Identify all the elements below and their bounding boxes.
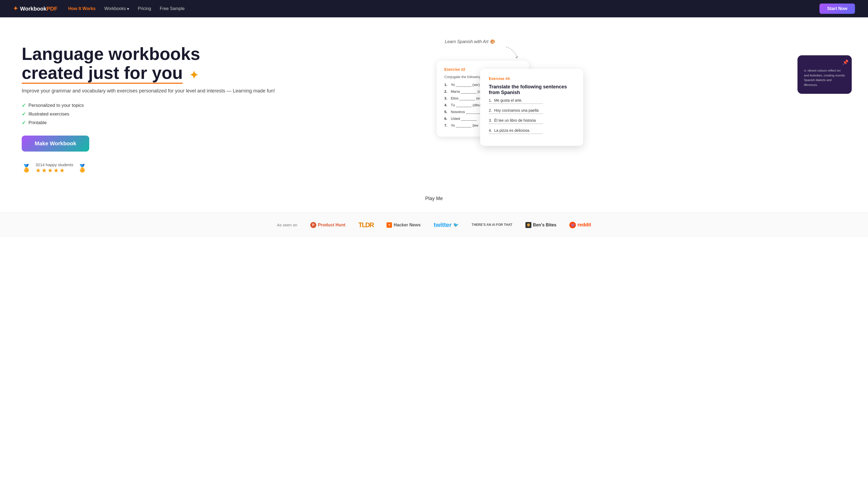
- brand-ai-for-that: THERE'S AN AI FOR THAT: [472, 223, 513, 227]
- brand-tldr: TLDR: [358, 221, 373, 229]
- brand-bens-bites: 🍔 Ben's Bites: [525, 222, 557, 228]
- learn-label: Learn Spanish with Art 🎨: [445, 39, 495, 44]
- brand-product-hunt: P Product Hunt: [310, 222, 345, 228]
- nav-links: How It Works Workbooks ▾ Pricing Free Sa…: [68, 6, 184, 11]
- laurel-right-icon: 🏅: [78, 164, 87, 173]
- product-hunt-icon: P: [310, 222, 316, 228]
- logo[interactable]: ✦ WorkbookPDF: [13, 5, 57, 12]
- student-count: 3214 happy students: [35, 162, 73, 167]
- play-me-section: Play Me: [0, 190, 868, 212]
- arrow-icon: [504, 45, 521, 59]
- student-info: 3214 happy students ★★★★★: [35, 162, 73, 174]
- bens-icon: 🍔: [525, 222, 531, 228]
- hero-features: ✓ Personalized to your topics ✓ Illustra…: [22, 102, 423, 126]
- check-icon-3: ✓: [22, 120, 26, 126]
- logo-icon: ✦: [13, 5, 18, 12]
- star-rating: ★★★★★: [35, 167, 73, 174]
- hero-title: Language workbooks created just for you …: [22, 44, 423, 83]
- hero-subtitle: Improve your grammar and vocabulary with…: [22, 87, 423, 95]
- brand-reddit: 👾 reddit: [569, 222, 591, 228]
- translate-item-1: 1. Me gusta el arte.: [489, 98, 575, 104]
- feature-item-3: ✓ Printable: [22, 120, 423, 126]
- hero-left: Language workbooks created just for you …: [22, 39, 434, 174]
- svg-marker-0: [516, 56, 518, 59]
- answer-line-3: [489, 124, 543, 124]
- nav-pricing[interactable]: Pricing: [138, 6, 151, 11]
- hero-section: Language workbooks created just for you …: [0, 18, 868, 190]
- laurel-left-icon: 🏅: [22, 164, 31, 173]
- check-icon-1: ✓: [22, 102, 26, 108]
- as-seen-on: As seen on P Product Hunt TLDR Y Hacker …: [0, 212, 868, 237]
- exercise-4-label: Exercise #4: [489, 76, 575, 81]
- navbar: ✦ WorkbookPDF How It Works Workbooks ▾ P…: [0, 0, 868, 18]
- exercise-card-dark: 📌 rt, vibrant colours reflect ion and fe…: [798, 55, 852, 94]
- translate-item-3: 3. Él lee un libro de historia: [489, 118, 575, 124]
- answer-line-4: [489, 134, 543, 134]
- social-proof: 🏅 3214 happy students ★★★★★ 🏅: [22, 162, 423, 174]
- hacker-news-icon: Y: [386, 222, 392, 228]
- navbar-left: ✦ WorkbookPDF How It Works Workbooks ▾ P…: [13, 5, 185, 12]
- feature-item-2: ✓ Illustrated exercises: [22, 111, 423, 117]
- check-icon-2: ✓: [22, 111, 26, 117]
- logo-text: WorkbookPDF: [20, 6, 57, 12]
- exercise-4-title: Translate the following sentences from S…: [489, 84, 575, 95]
- as-seen-label: As seen on: [277, 223, 297, 227]
- make-workbook-button[interactable]: Make Workbook: [22, 135, 89, 152]
- pin-icon: 📌: [842, 59, 848, 66]
- sparkle-icon: ✦: [189, 69, 198, 81]
- feature-item-1: ✓ Personalized to your topics: [22, 102, 423, 108]
- brand-hacker-news: Y Hacker News: [386, 222, 421, 228]
- exercise-card-4: Exercise #4 Translate the following sent…: [480, 69, 583, 146]
- twitter-bird-icon: 🐦: [453, 222, 459, 227]
- nav-how-it-works[interactable]: How It Works: [68, 6, 95, 11]
- reddit-icon: 👾: [569, 222, 576, 228]
- nav-free-sample[interactable]: Free Sample: [160, 6, 185, 11]
- chevron-down-icon: ▾: [127, 6, 129, 11]
- hero-right: Learn Spanish with Art 🎨 Exercise #2 Con…: [434, 39, 846, 169]
- translate-item-2: 2. Hoy cocinamos una paella: [489, 108, 575, 114]
- brand-twitter: twitter 🐦: [434, 222, 459, 229]
- nav-workbooks[interactable]: Workbooks ▾: [104, 6, 129, 11]
- answer-line-2: [489, 113, 543, 114]
- play-me-label: Play Me: [425, 196, 443, 201]
- translate-item-4: 4. La pizza es deliciosa.: [489, 128, 575, 134]
- start-now-button[interactable]: Start Now: [819, 3, 855, 14]
- hero-title-underline: created just for you: [22, 63, 183, 83]
